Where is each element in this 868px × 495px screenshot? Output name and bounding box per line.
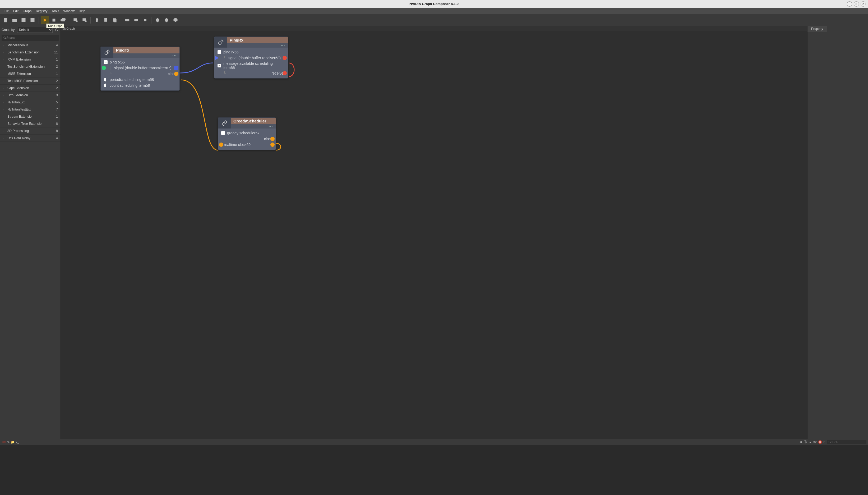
menu-file[interactable]: File [2, 8, 11, 14]
export-button[interactable] [81, 16, 88, 24]
refresh-icon[interactable] [54, 28, 59, 32]
node-pingrx[interactable]: PingRx ••• −ping rx56 └signal (double bu… [214, 36, 288, 79]
node-menu-icon[interactable]: ••• [172, 54, 177, 57]
terminal-icon[interactable]: >_ [16, 441, 19, 444]
cloud-check-button[interactable] [59, 16, 67, 24]
chevron-right-icon: › [3, 72, 5, 75]
sidebar-item[interactable]: ›MISB Extension1 [0, 70, 60, 78]
sidebar-item[interactable]: ›NvTritonExt5 [0, 99, 60, 106]
ext-name: Miscellaneous [7, 44, 56, 47]
ext-name: Stream Extension [7, 115, 56, 118]
cube-button[interactable] [172, 16, 179, 24]
ext-name: GrpcExtension [7, 86, 56, 90]
asterisk-icon[interactable]: ✱ [799, 440, 802, 444]
collapse-icon[interactable]: − [217, 64, 221, 67]
svg-rect-17 [114, 19, 116, 22]
sidebar-item[interactable]: ›RMM Extension1 [0, 56, 60, 63]
node-menu-icon[interactable]: ••• [268, 125, 273, 128]
menu-help[interactable]: Help [77, 8, 88, 14]
run-tooltip: Run Graph [46, 23, 64, 28]
sidebar-item[interactable]: ›3D Processing8 [0, 127, 60, 135]
collapse-icon[interactable]: − [217, 50, 221, 54]
property-tab[interactable]: Property [808, 26, 827, 32]
copy-button[interactable] [102, 16, 110, 24]
chevron-right-icon: › [3, 101, 5, 104]
sidebar-item[interactable]: ›NvTritonTestExt7 [0, 106, 60, 113]
close-file-button[interactable] [29, 16, 36, 24]
menu-registry[interactable]: Registry [34, 8, 49, 14]
stop-button[interactable] [50, 16, 58, 24]
extension-list[interactable]: ›Miscellaneous4›Benchmark Extension11›RM… [0, 42, 60, 439]
chevron-right-icon: › [3, 94, 5, 97]
svg-point-19 [126, 20, 127, 20]
target2-button[interactable] [162, 16, 171, 24]
menu-tools[interactable]: Tools [49, 8, 61, 14]
svg-point-45 [225, 121, 227, 123]
minimize-button[interactable]: — [847, 1, 852, 6]
port-in-signal[interactable] [215, 55, 218, 60]
sidebar-search[interactable] [2, 35, 59, 41]
status-search-input[interactable] [827, 440, 866, 444]
canvas-tab[interactable]: MyGraph [63, 27, 75, 30]
dots3-button[interactable] [123, 16, 131, 24]
info-icon[interactable]: ⓘ [804, 440, 807, 444]
chevron-right-icon: › [3, 130, 5, 133]
window-title: NVIDIA Graph Composer 4.1.0 [409, 2, 459, 6]
sidebar-item[interactable]: ›GrpcExtension2 [0, 85, 60, 92]
run-graph-button[interactable]: Run Graph [41, 16, 49, 24]
graph-canvas[interactable]: PingTx ••• −ping tx55 ├signal (double bu… [61, 31, 807, 439]
port-out-clock[interactable] [174, 72, 178, 76]
sidebar-item[interactable]: ›Test MISB Extension2 [0, 78, 60, 85]
dot1-button[interactable] [141, 16, 149, 24]
edit-icon[interactable]: ✎ [7, 440, 10, 444]
menu-graph[interactable]: Graph [21, 8, 34, 14]
sidebar-item[interactable]: ›HttpExtension3 [0, 92, 60, 99]
paste-button[interactable] [111, 16, 119, 24]
port-out-signal[interactable] [174, 66, 178, 70]
sidebar-item[interactable]: ›Behavior Tree Extension8 [0, 120, 60, 127]
node-menu-icon[interactable]: ••• [281, 44, 285, 47]
port-in-realtime[interactable] [219, 142, 223, 147]
clear-icon[interactable]: ⌫ [2, 440, 6, 444]
port-in[interactable] [102, 66, 106, 70]
menubar: File Edit Graph Registry Tools Window He… [0, 8, 868, 14]
port-out[interactable] [283, 56, 287, 60]
target1-button[interactable] [154, 16, 161, 24]
menu-window[interactable]: Window [61, 8, 77, 14]
sidebar-item[interactable]: ›TestBenchmarkExtension2 [0, 63, 60, 70]
port-clock[interactable] [270, 137, 274, 141]
node-greedy[interactable]: GreedyScheduler ••• −greedy scheduler57 … [218, 117, 276, 150]
property-panel: Property [807, 26, 868, 439]
sidebar: Group by: Default ›Miscellaneous4›Benchm… [0, 26, 61, 439]
error-count: 0 [823, 441, 825, 444]
warning-icon[interactable]: ▲ [809, 441, 812, 444]
sidebar-item[interactable]: ›Stream Extension1 [0, 113, 60, 120]
node-pingtx[interactable]: PingTx ••• −ping tx55 ├signal (double bu… [101, 47, 180, 91]
svg-point-20 [127, 20, 128, 20]
collapse-icon[interactable]: − [104, 60, 108, 64]
ext-count: 8 [56, 129, 58, 133]
error-icon[interactable]: ✕ [818, 440, 822, 444]
sidebar-item[interactable]: ›Benchmark Extension11 [0, 49, 60, 56]
ext-count: 7 [56, 108, 58, 111]
port-receiver[interactable] [283, 71, 287, 75]
ext-name: MISB Extension [7, 72, 56, 75]
console-panel[interactable] [0, 445, 868, 495]
save-button[interactable] [20, 16, 28, 24]
dots2-button[interactable] [132, 16, 140, 24]
port-out-realtime[interactable] [270, 142, 274, 147]
new-file-button[interactable]: + [2, 16, 10, 24]
sidebar-search-input[interactable] [6, 36, 57, 40]
delete-button[interactable] [93, 16, 101, 24]
maximize-button[interactable]: □ [854, 1, 859, 6]
folder-icon[interactable]: 📁 [11, 440, 15, 444]
collapse-icon[interactable]: − [221, 131, 225, 135]
sidebar-item[interactable]: ›Miscellaneous4 [0, 42, 60, 49]
open-folder-button[interactable] [11, 16, 18, 24]
import-button[interactable] [71, 16, 79, 24]
menu-edit[interactable]: Edit [11, 8, 21, 14]
chevron-right-icon: › [3, 80, 5, 83]
ext-count: 4 [56, 44, 58, 47]
sidebar-item[interactable]: ›Ucx Data Relay4 [0, 135, 60, 142]
close-button[interactable]: ✕ [861, 1, 866, 6]
